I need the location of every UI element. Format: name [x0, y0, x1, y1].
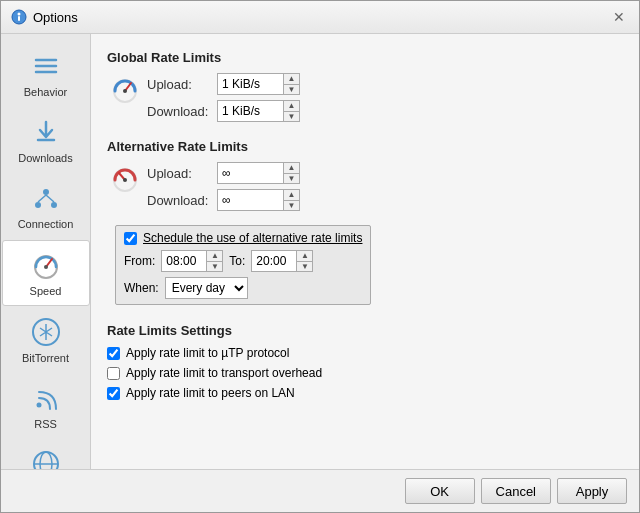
global-download-spinner: ▲ ▼ [283, 101, 299, 121]
svg-point-6 [43, 189, 49, 195]
global-download-input-group: ▲ ▼ [217, 100, 300, 122]
sidebar-label-connection: Connection [18, 218, 74, 230]
schedule-box: Schedule the use of alternative rate lim… [115, 225, 371, 305]
from-up[interactable]: ▲ [207, 251, 222, 262]
alt-speed-icon [111, 164, 139, 195]
alt-upload-label: Upload: [147, 166, 217, 181]
dialog-icon [11, 9, 27, 25]
sidebar-label-rss: RSS [34, 418, 57, 430]
alt-download-input[interactable] [218, 190, 283, 210]
alt-download-up[interactable]: ▲ [284, 190, 299, 201]
svg-point-13 [44, 265, 48, 269]
to-input[interactable] [252, 251, 296, 271]
title-bar: Options ✕ [1, 1, 639, 34]
global-upload-up[interactable]: ▲ [284, 74, 299, 85]
global-rate-rows: Upload: ▲ ▼ Download: [147, 73, 300, 127]
behavior-icon [30, 50, 62, 82]
alt-upload-up[interactable]: ▲ [284, 163, 299, 174]
sidebar-item-downloads[interactable]: Downloads [2, 108, 90, 172]
close-button[interactable]: ✕ [609, 7, 629, 27]
global-upload-label: Upload: [147, 77, 217, 92]
webui-icon [30, 448, 62, 469]
from-label: From: [124, 254, 155, 268]
sidebar-label-behavior: Behavior [24, 86, 67, 98]
from-spinner: ▲ ▼ [206, 251, 222, 271]
rss-icon [30, 382, 62, 414]
svg-rect-2 [18, 16, 20, 21]
global-upload-down[interactable]: ▼ [284, 85, 299, 95]
sidebar-label-downloads: Downloads [18, 152, 72, 164]
connection-icon [30, 182, 62, 214]
to-spinner: ▲ ▼ [296, 251, 312, 271]
sidebar-label-speed: Speed [30, 285, 62, 297]
svg-point-15 [36, 403, 41, 408]
options-dialog: Options ✕ Behavior [0, 0, 640, 513]
global-upload-spinner: ▲ ▼ [283, 74, 299, 94]
checkbox-transport-row: Apply rate limit to transport overhead [107, 366, 623, 380]
global-upload-input[interactable] [218, 74, 283, 94]
svg-point-16 [34, 452, 58, 469]
main-panel: Global Rate Limits Upload: [91, 34, 639, 469]
svg-line-9 [38, 195, 46, 202]
sidebar-item-rss[interactable]: RSS [2, 374, 90, 438]
sidebar-item-behavior[interactable]: Behavior [2, 42, 90, 106]
when-label: When: [124, 281, 159, 295]
dialog-title: Options [33, 10, 609, 25]
downloads-icon [30, 116, 62, 148]
apply-button[interactable]: Apply [557, 478, 627, 504]
svg-point-25 [123, 178, 127, 182]
global-rate-title: Global Rate Limits [107, 50, 623, 65]
from-down[interactable]: ▼ [207, 262, 222, 272]
alt-upload-down[interactable]: ▼ [284, 174, 299, 184]
sidebar-item-speed[interactable]: Speed [2, 240, 90, 306]
when-select[interactable]: Every day Weekdays Weekends [165, 277, 248, 299]
to-label: To: [229, 254, 245, 268]
sidebar-item-webui[interactable]: Web UI [2, 440, 90, 469]
lan-label: Apply rate limit to peers on LAN [126, 386, 295, 400]
to-down[interactable]: ▼ [297, 262, 312, 272]
to-up[interactable]: ▲ [297, 251, 312, 262]
svg-line-10 [46, 195, 54, 202]
alt-upload-row: Upload: ▲ ▼ [147, 162, 300, 184]
svg-point-7 [35, 202, 41, 208]
from-input[interactable] [162, 251, 206, 271]
utp-label: Apply rate limit to µTP protocol [126, 346, 289, 360]
svg-point-22 [123, 89, 127, 93]
ok-button[interactable]: OK [405, 478, 475, 504]
alt-download-label: Download: [147, 193, 217, 208]
content-area: Behavior Downloads [1, 34, 639, 469]
checkbox-lan-row: Apply rate limit to peers on LAN [107, 386, 623, 400]
utp-checkbox[interactable] [107, 347, 120, 360]
schedule-section: Schedule the use of alternative rate lim… [113, 225, 623, 313]
svg-point-8 [51, 202, 57, 208]
sidebar-label-bittorrent: BitTorrent [22, 352, 69, 364]
alt-rate-rows: Upload: ▲ ▼ Download: [147, 162, 300, 219]
sidebar-item-connection[interactable]: Connection [2, 174, 90, 238]
alt-upload-input[interactable] [218, 163, 283, 183]
global-speed-icon [111, 75, 139, 106]
checkbox-utp-row: Apply rate limit to µTP protocol [107, 346, 623, 360]
svg-point-17 [40, 452, 52, 469]
sidebar-item-bittorrent[interactable]: BitTorrent [2, 308, 90, 372]
rate-limits-settings-section: Rate Limits Settings Apply rate limit to… [107, 323, 623, 400]
when-row: When: Every day Weekdays Weekends [124, 277, 362, 299]
global-download-down[interactable]: ▼ [284, 112, 299, 122]
sidebar: Behavior Downloads [1, 34, 91, 469]
global-download-input[interactable] [218, 101, 283, 121]
alt-download-down[interactable]: ▼ [284, 201, 299, 211]
alt-upload-input-group: ▲ ▼ [217, 162, 300, 184]
to-input-group: ▲ ▼ [251, 250, 313, 272]
svg-point-1 [18, 13, 21, 16]
transport-checkbox[interactable] [107, 367, 120, 380]
schedule-checkbox[interactable] [124, 232, 137, 245]
schedule-checkbox-row: Schedule the use of alternative rate lim… [124, 231, 362, 245]
alt-download-input-group: ▲ ▼ [217, 189, 300, 211]
alt-upload-spinner: ▲ ▼ [283, 163, 299, 183]
global-download-label: Download: [147, 104, 217, 119]
from-input-group: ▲ ▼ [161, 250, 223, 272]
global-download-up[interactable]: ▲ [284, 101, 299, 112]
lan-checkbox[interactable] [107, 387, 120, 400]
bittorrent-icon [30, 316, 62, 348]
transport-label: Apply rate limit to transport overhead [126, 366, 322, 380]
cancel-button[interactable]: Cancel [481, 478, 551, 504]
